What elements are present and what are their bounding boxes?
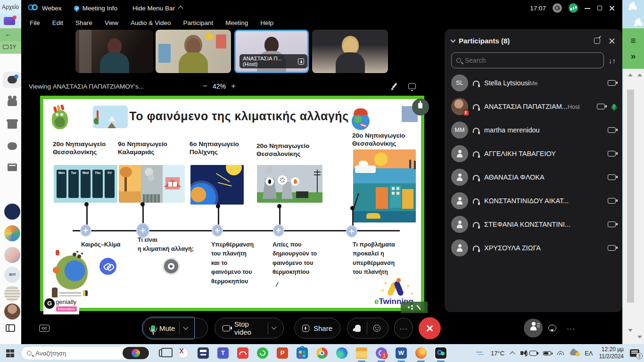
video-options-chevron[interactable] [272, 325, 277, 330]
battery-icon[interactable] [543, 351, 551, 355]
file-explorer-button[interactable] [355, 346, 369, 360]
share-button[interactable]: Share [294, 318, 340, 338]
chat-avatar[interactable] [4, 204, 20, 220]
menu-help[interactable]: Help [260, 19, 273, 26]
close-button[interactable] [609, 5, 615, 11]
smiley-reaction-icon[interactable] [373, 325, 380, 332]
snipping-tool-button[interactable] [176, 346, 190, 360]
chat-avatar[interactable] [4, 247, 20, 263]
edge-button[interactable] [335, 346, 349, 360]
participant-row[interactable]: MM martha merenidou [445, 118, 622, 142]
video-thumbnail[interactable] [156, 30, 231, 73]
chat-avatar[interactable] [4, 286, 20, 302]
menu-edit[interactable]: Edit [52, 19, 63, 26]
calculator-button[interactable] [196, 346, 210, 360]
wifi-icon[interactable] [557, 351, 564, 355]
more-options-button[interactable]: ··· [394, 318, 413, 338]
participant-row[interactable]: SL Stella LytsiousiMe [445, 71, 622, 95]
annotate-icon[interactable] [391, 83, 398, 90]
temperature[interactable]: 17°C [491, 350, 504, 357]
teams-button[interactable]: T [216, 346, 230, 360]
chat-avatar[interactable] [4, 304, 20, 320]
hide-menu-bar[interactable]: Hide Menu Bar [132, 5, 175, 12]
video-thumbnail[interactable] [75, 30, 153, 73]
stop-video-button[interactable]: Stop video [215, 318, 284, 338]
viber-archive-tab[interactable] [3, 159, 22, 175]
participants-search[interactable] [451, 52, 604, 68]
powerpoint-button[interactable]: P [275, 346, 289, 360]
onedrive-warning-icon[interactable] [570, 351, 578, 355]
scroll-up-icon[interactable] [628, 74, 633, 76]
chat-avatar[interactable] [4, 225, 20, 241]
red-m-app-button[interactable] [236, 346, 250, 360]
zoom-in-button[interactable]: + [228, 82, 239, 91]
menu-meeting[interactable]: Meeting [225, 19, 248, 26]
menu-file[interactable]: File [30, 19, 40, 26]
start-button[interactable] [6, 349, 14, 357]
mute-options-chevron[interactable] [183, 324, 189, 329]
firefox-button[interactable] [414, 346, 428, 360]
more-panels-button[interactable]: ··· [561, 319, 580, 337]
meeting-info[interactable]: Meeting Info [83, 5, 117, 12]
viber-contacts-tab[interactable] [3, 94, 22, 110]
shared-screen-icon[interactable] [408, 83, 416, 89]
taskbar-search[interactable]: Αναζήτηση [21, 346, 151, 360]
search-input[interactable] [465, 57, 599, 64]
video-thumbnail[interactable] [312, 30, 388, 73]
camera-tray-icon[interactable] [529, 351, 537, 356]
tray-clock[interactable]: 12:20 μμ11/2/2024 [599, 346, 624, 360]
viber-button[interactable]: 1 [374, 346, 388, 360]
zoom-out-button[interactable]: − [199, 82, 211, 91]
video-thumbnail-host[interactable]: ΑΝΑΣΤΑΣΙΑ Π... (Host) [234, 30, 309, 73]
scroll-up-icon[interactable] [637, 74, 642, 76]
participants-toggle-button[interactable] [524, 319, 543, 337]
participant-row[interactable]: ΚΩΝΣΤΑΝΤΙΝΙΔΟΥ ΑΙΚΑΤ... [445, 189, 622, 213]
weather-icon[interactable] [476, 351, 485, 355]
popout-icon[interactable] [594, 38, 600, 44]
chat-avatar-iep[interactable]: ΙΕΠ [4, 267, 20, 283]
webex-taskbar-button[interactable] [434, 346, 448, 360]
participant-row[interactable]: ΑΘΑΝΑΣΙΑ ΦΛΟΚΑ [445, 165, 622, 189]
chrome-button[interactable] [315, 346, 329, 360]
leave-meeting-button[interactable] [419, 317, 441, 339]
mute-button[interactable]: Mute [143, 318, 208, 338]
language-indicator[interactable]: ΕΛ [585, 350, 593, 357]
sidebar-toggle-icon[interactable] [6, 324, 15, 332]
sort-icon[interactable]: ↓↑ [609, 57, 616, 65]
close-panel-icon[interactable] [609, 38, 615, 44]
raise-hand-icon[interactable] [355, 325, 361, 332]
minimize-button[interactable] [585, 5, 590, 11]
menu-participant[interactable]: Participant [183, 19, 213, 26]
whatsapp-button[interactable] [256, 346, 270, 360]
viber-chats-tab[interactable] [3, 72, 22, 88]
participant-row[interactable]: ΧΡΥΣΟΥΛΑ ΖΙΩΓΑ [445, 236, 622, 260]
scrollbar-thumb[interactable] [627, 90, 634, 303]
viber-explore-tab[interactable] [3, 138, 22, 154]
menu-view[interactable]: View [105, 19, 118, 26]
copilot-button[interactable] [123, 347, 149, 359]
maximize-button[interactable] [597, 5, 603, 11]
store-button[interactable] [295, 346, 309, 360]
participant-row[interactable]: ΑΝΑΣΤΑΣΙΑ ΠΑΠΑΤΖΙΑΜ...Host [445, 95, 622, 118]
connection-quality-icon[interactable] [569, 3, 578, 13]
reactions-button[interactable] [347, 318, 388, 338]
hamburger-icon[interactable]: ≡ [622, 36, 644, 45]
menu-audio-video[interactable]: Audio & Video [131, 19, 171, 26]
closed-captions-button[interactable]: CC [39, 325, 50, 332]
speaker-icon[interactable] [520, 351, 523, 355]
mail-icon[interactable] [4, 17, 15, 25]
task-view-button[interactable] [157, 346, 171, 360]
chevrons-icon[interactable]: » [622, 51, 644, 61]
scroll-down-icon[interactable] [637, 336, 642, 338]
participant-row[interactable]: ΣΤΕΦΑΝΙΑ ΚΩΝΣΤΑΝΤΙΝΙ... [445, 213, 622, 236]
menu-share[interactable]: Share [75, 19, 92, 26]
scroll-down-icon[interactable] [628, 329, 633, 332]
word-button[interactable]: W [394, 346, 408, 360]
tray-overflow-chevron[interactable] [510, 351, 515, 356]
chevron-down-icon[interactable] [450, 37, 455, 42]
viber-shop-tab[interactable] [3, 117, 22, 133]
lock-key-icon[interactable] [553, 3, 562, 13]
notifications-button[interactable]: 3 [630, 349, 639, 357]
chat-button[interactable] [543, 319, 561, 337]
participant-row[interactable]: ΑΓΓΕΛΙΚΗ ΤΑΒΑΓΕΙΟΥ [445, 142, 622, 165]
